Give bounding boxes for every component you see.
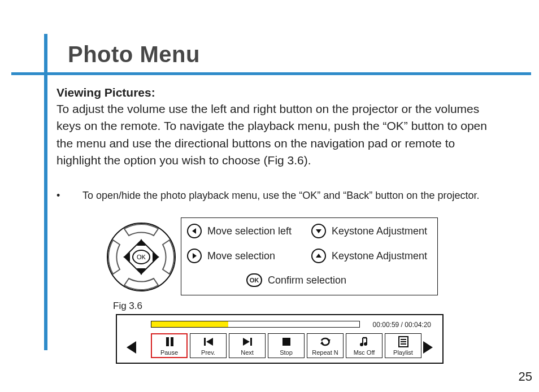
repeat-icon bbox=[319, 336, 332, 347]
navigation-pad-figure: OK bbox=[102, 217, 181, 297]
bullet-text: To open/hide the photo playback menu, us… bbox=[82, 190, 523, 202]
music-button[interactable]: Msc Off bbox=[346, 333, 382, 358]
legend-up-label: Keystone Adjustment bbox=[332, 250, 427, 262]
svg-marker-11 bbox=[127, 341, 136, 354]
playlist-icon bbox=[398, 336, 408, 347]
playlist-button[interactable]: Playlist bbox=[385, 333, 421, 358]
prev-label: Prev. bbox=[201, 349, 215, 356]
scroll-left-icon[interactable] bbox=[125, 340, 137, 357]
svg-marker-21 bbox=[327, 339, 331, 342]
section-heading: Viewing Pictures: bbox=[56, 86, 497, 99]
svg-marker-10 bbox=[316, 254, 321, 258]
legend-right-label: Move selection bbox=[207, 250, 275, 262]
svg-marker-9 bbox=[316, 229, 321, 233]
ok-icon: OK bbox=[246, 273, 262, 287]
legend-down-label: Keystone Adjustment bbox=[332, 225, 427, 237]
playback-bar: 00:00:59 / 00:04:20 PausePrev.NextStopRe… bbox=[116, 314, 444, 364]
svg-rect-13 bbox=[166, 337, 169, 346]
svg-marker-7 bbox=[192, 228, 196, 234]
next-button[interactable]: Next bbox=[229, 333, 266, 358]
arrow-right-icon bbox=[187, 249, 202, 263]
playlist-label: Playlist bbox=[393, 349, 413, 356]
arrow-left-icon bbox=[187, 224, 202, 238]
vertical-rule bbox=[44, 34, 47, 350]
svg-point-23 bbox=[364, 342, 367, 346]
pause-label: Pause bbox=[160, 349, 178, 356]
navpad-ok-label: OK bbox=[137, 254, 146, 260]
bullet-marker: • bbox=[56, 190, 60, 202]
svg-rect-19 bbox=[282, 338, 290, 346]
page-title: Photo Menu bbox=[68, 42, 200, 67]
horizontal-rule bbox=[11, 72, 531, 75]
svg-rect-15 bbox=[204, 338, 206, 346]
section-body: To adjust the volume use the left and ri… bbox=[56, 101, 497, 169]
time-display: 00:00:59 / 00:04:20 bbox=[373, 321, 431, 329]
svg-marker-8 bbox=[193, 253, 197, 259]
next-label: Next bbox=[241, 349, 254, 356]
svg-point-22 bbox=[360, 343, 363, 346]
playback-buttons: PausePrev.NextStopRepeat NMsc OffPlaylis… bbox=[151, 333, 421, 358]
stop-label: Stop bbox=[280, 349, 293, 356]
stop-icon bbox=[281, 336, 292, 347]
music-icon bbox=[359, 336, 370, 347]
svg-marker-17 bbox=[243, 338, 250, 346]
svg-rect-14 bbox=[171, 337, 173, 346]
svg-marker-16 bbox=[206, 338, 213, 346]
svg-marker-1 bbox=[137, 239, 146, 246]
scroll-right-icon[interactable] bbox=[422, 340, 434, 357]
svg-marker-2 bbox=[137, 268, 146, 275]
music-label: Msc Off bbox=[354, 349, 375, 356]
progress-track[interactable] bbox=[151, 321, 360, 328]
svg-marker-20 bbox=[320, 341, 324, 344]
page-number: 25 bbox=[519, 369, 532, 384]
pause-button[interactable]: Pause bbox=[151, 333, 188, 358]
next-icon bbox=[242, 336, 253, 347]
figure-label: Fig 3.6 bbox=[113, 300, 142, 312]
legend-box: Move selection left Move selection Keyst… bbox=[181, 217, 438, 295]
svg-marker-12 bbox=[423, 341, 433, 354]
svg-marker-3 bbox=[123, 252, 130, 262]
pause-icon bbox=[164, 336, 175, 347]
svg-marker-4 bbox=[153, 252, 159, 262]
prev-button[interactable]: Prev. bbox=[190, 333, 227, 358]
arrow-up-icon bbox=[311, 249, 326, 263]
legend-ok-label: Confirm selection bbox=[268, 275, 346, 286]
arrow-down-icon bbox=[311, 224, 326, 238]
svg-rect-18 bbox=[250, 338, 252, 346]
repeat-label: Repeat N bbox=[312, 349, 338, 356]
repeat-button[interactable]: Repeat N bbox=[307, 333, 344, 358]
prev-icon bbox=[203, 336, 214, 347]
stop-button[interactable]: Stop bbox=[268, 333, 305, 358]
progress-fill bbox=[151, 321, 228, 327]
legend-left-label: Move selection left bbox=[207, 225, 292, 237]
